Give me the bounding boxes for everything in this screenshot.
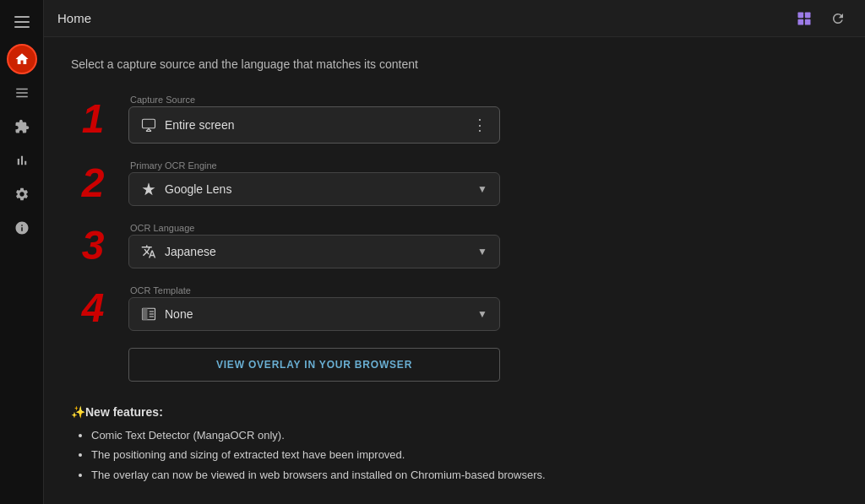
sidebar-item-home[interactable]	[7, 44, 37, 74]
ocr-language-dropdown-icon: ▼	[477, 246, 487, 257]
sidebar-item-settings[interactable]	[7, 179, 37, 209]
step-2-number: 2	[71, 163, 115, 203]
ocr-engine-select[interactable]: Google Lens ▼	[128, 172, 500, 206]
step-3-row: 3 OCR Language Japanese ▼	[71, 223, 838, 268]
sidebar	[0, 0, 44, 504]
feature-list: Comic Text Detector (MangaOCR only). The…	[71, 425, 838, 485]
ocr-template-label: OCR Template	[128, 285, 500, 295]
new-features-title: ✨New features:	[71, 405, 838, 419]
ocr-engine-field: Primary OCR Engine Google Lens ▼	[128, 160, 500, 206]
new-features-section: ✨New features: Comic Text Detector (Mang…	[71, 405, 838, 485]
main-area: Home Select a capture source and the lan…	[44, 0, 865, 504]
svg-rect-5	[16, 96, 28, 98]
svg-rect-1	[14, 21, 30, 23]
svg-rect-8	[798, 19, 804, 24]
ocr-engine-value: Google Lens	[165, 182, 469, 196]
step-1-number: 1	[71, 99, 115, 139]
template-icon	[141, 306, 156, 322]
step-2-row: 2 Primary OCR Engine Google Lens ▼	[71, 160, 838, 206]
sidebar-item-list[interactable]	[7, 78, 37, 108]
step-1-row: 1 Capture Source Entire screen ⋮	[71, 95, 838, 144]
capture-source-select[interactable]: Entire screen ⋮	[128, 106, 500, 144]
sidebar-item-info[interactable]	[7, 213, 37, 243]
svg-rect-10	[143, 119, 155, 128]
page-content: Select a capture source and the language…	[44, 37, 865, 504]
ocr-template-field: OCR Template None ▼	[128, 285, 500, 331]
sparkle-icon	[141, 182, 156, 197]
page-title: Home	[57, 11, 781, 25]
ocr-language-field: OCR Language Japanese ▼	[128, 223, 500, 268]
ocr-template-dropdown-icon: ▼	[477, 308, 487, 320]
svg-rect-7	[805, 12, 811, 18]
ocr-template-select[interactable]: None ▼	[128, 297, 500, 331]
svg-rect-0	[14, 16, 30, 18]
translate-icon	[141, 244, 156, 259]
ocr-language-value: Japanese	[165, 245, 469, 258]
capture-source-dots-menu[interactable]: ⋮	[472, 116, 487, 134]
capture-source-value: Entire screen	[165, 118, 464, 132]
svg-rect-6	[798, 12, 804, 18]
capture-source-label: Capture Source	[128, 95, 500, 105]
step-4-number: 4	[71, 288, 115, 328]
extensions-icon-btn[interactable]	[791, 5, 818, 32]
svg-rect-4	[16, 92, 28, 94]
sidebar-item-extensions[interactable]	[7, 111, 37, 142]
svg-rect-13	[143, 308, 148, 320]
step-4-row: 4 OCR Template None ▼	[71, 285, 838, 331]
ocr-language-select[interactable]: Japanese ▼	[128, 235, 500, 268]
monitor-icon	[141, 118, 156, 132]
page-subtitle: Select a capture source and the language…	[71, 57, 838, 71]
ocr-engine-label: Primary OCR Engine	[128, 160, 500, 171]
feature-item-1: Comic Text Detector (MangaOCR only).	[91, 425, 838, 445]
view-overlay-button[interactable]: VIEW OVERLAY IN YOUR BROWSER	[128, 348, 500, 382]
svg-rect-9	[805, 19, 811, 24]
reload-icon-btn[interactable]	[824, 5, 851, 32]
svg-rect-2	[14, 26, 30, 28]
topbar: Home	[44, 0, 865, 37]
feature-item-2: The positioning and sizing of extracted …	[91, 445, 838, 464]
sidebar-menu-button[interactable]	[7, 7, 37, 37]
ocr-engine-dropdown-icon: ▼	[477, 183, 487, 195]
capture-source-field: Capture Source Entire screen ⋮	[128, 95, 500, 144]
ocr-language-label: OCR Language	[128, 223, 500, 233]
topbar-actions	[791, 5, 851, 32]
feature-item-3: The overlay can now be viewed in web bro…	[91, 465, 838, 485]
step-3-number: 3	[71, 225, 115, 266]
svg-rect-3	[16, 89, 28, 90]
sidebar-item-stats[interactable]	[7, 145, 37, 176]
ocr-template-value: None	[165, 307, 469, 321]
